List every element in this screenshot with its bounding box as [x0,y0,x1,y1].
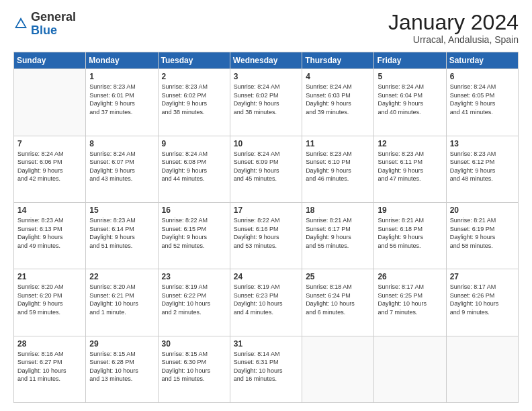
day-number: 8 [89,139,154,148]
day-number: 28 [17,339,82,349]
day-number: 23 [162,272,226,281]
calendar-cell: 22Sunrise: 8:20 AM Sunset: 6:21 PM Dayli… [86,269,158,336]
day-number: 12 [378,139,442,148]
calendar-week-1: 7Sunrise: 8:24 AM Sunset: 6:06 PM Daylig… [14,136,519,202]
col-wednesday: Wednesday [230,52,302,69]
day-number: 13 [450,139,515,148]
day-number: 22 [89,272,154,281]
day-number: 25 [306,272,370,281]
day-info: Sunrise: 8:24 AM Sunset: 6:09 PM Dayligh… [234,150,298,183]
calendar-cell: 10Sunrise: 8:24 AM Sunset: 6:09 PM Dayli… [230,136,302,202]
month-title: January 2024 [388,11,519,34]
logo-text: General Blue [31,11,76,38]
day-info: Sunrise: 8:18 AM Sunset: 6:24 PM Dayligh… [306,283,370,316]
header: General Blue January 2024 Urracal, Andal… [13,11,519,45]
day-info: Sunrise: 8:24 AM Sunset: 6:05 PM Dayligh… [450,83,515,116]
header-row: Sunday Monday Tuesday Wednesday Thursday… [14,52,519,69]
day-number: 4 [306,72,370,81]
logo-icon [13,16,28,31]
calendar-cell: 3Sunrise: 8:24 AM Sunset: 6:02 PM Daylig… [230,69,302,136]
calendar-cell: 30Sunrise: 8:15 AM Sunset: 6:30 PM Dayli… [158,336,230,402]
calendar-cell: 6Sunrise: 8:24 AM Sunset: 6:05 PM Daylig… [446,69,518,136]
calendar-cell [14,69,86,136]
day-number: 21 [17,272,82,281]
calendar-cell: 8Sunrise: 8:24 AM Sunset: 6:07 PM Daylig… [86,136,158,202]
day-info: Sunrise: 8:23 AM Sunset: 6:12 PM Dayligh… [450,150,515,183]
day-info: Sunrise: 8:19 AM Sunset: 6:22 PM Dayligh… [162,283,226,316]
page: General Blue January 2024 Urracal, Andal… [0,0,532,411]
day-number: 2 [162,72,226,81]
day-number: 31 [234,339,298,349]
day-info: Sunrise: 8:21 AM Sunset: 6:18 PM Dayligh… [378,216,442,250]
day-info: Sunrise: 8:19 AM Sunset: 6:23 PM Dayligh… [234,283,298,316]
day-info: Sunrise: 8:14 AM Sunset: 6:31 PM Dayligh… [234,350,298,383]
calendar-cell: 17Sunrise: 8:22 AM Sunset: 6:16 PM Dayli… [230,202,302,269]
logo: General Blue [13,11,76,38]
calendar-cell: 14Sunrise: 8:23 AM Sunset: 6:13 PM Dayli… [14,202,86,269]
day-info: Sunrise: 8:24 AM Sunset: 6:07 PM Dayligh… [89,150,154,183]
calendar-cell: 12Sunrise: 8:23 AM Sunset: 6:11 PM Dayli… [374,136,446,202]
calendar-cell: 25Sunrise: 8:18 AM Sunset: 6:24 PM Dayli… [302,269,374,336]
col-sunday: Sunday [14,52,86,69]
calendar-table: Sunday Monday Tuesday Wednesday Thursday… [13,52,519,403]
day-info: Sunrise: 8:20 AM Sunset: 6:21 PM Dayligh… [89,283,154,316]
day-number: 3 [234,72,298,81]
day-number: 30 [162,339,226,349]
day-number: 29 [89,339,154,349]
calendar-week-3: 21Sunrise: 8:20 AM Sunset: 6:20 PM Dayli… [14,269,519,336]
day-info: Sunrise: 8:23 AM Sunset: 6:10 PM Dayligh… [306,150,370,183]
calendar-cell: 1Sunrise: 8:23 AM Sunset: 6:01 PM Daylig… [86,69,158,136]
logo-blue: Blue [31,24,76,38]
day-number: 5 [378,72,442,81]
calendar-cell: 15Sunrise: 8:23 AM Sunset: 6:14 PM Dayli… [86,202,158,269]
col-thursday: Thursday [302,52,374,69]
calendar-cell: 11Sunrise: 8:23 AM Sunset: 6:10 PM Dayli… [302,136,374,202]
day-number: 18 [306,205,370,215]
calendar-cell: 2Sunrise: 8:23 AM Sunset: 6:02 PM Daylig… [158,69,230,136]
day-info: Sunrise: 8:21 AM Sunset: 6:17 PM Dayligh… [306,216,370,250]
calendar-cell: 4Sunrise: 8:24 AM Sunset: 6:03 PM Daylig… [302,69,374,136]
calendar-cell: 29Sunrise: 8:15 AM Sunset: 6:28 PM Dayli… [86,336,158,402]
day-number: 6 [450,72,515,81]
day-info: Sunrise: 8:24 AM Sunset: 6:04 PM Dayligh… [378,83,442,116]
col-tuesday: Tuesday [158,52,230,69]
logo-general: General [31,11,76,24]
day-info: Sunrise: 8:21 AM Sunset: 6:19 PM Dayligh… [450,216,515,250]
day-number: 24 [234,272,298,281]
day-number: 20 [450,205,515,215]
day-number: 10 [234,139,298,148]
day-info: Sunrise: 8:16 AM Sunset: 6:27 PM Dayligh… [17,350,82,383]
col-monday: Monday [86,52,158,69]
day-info: Sunrise: 8:15 AM Sunset: 6:30 PM Dayligh… [162,350,226,383]
day-info: Sunrise: 8:23 AM Sunset: 6:13 PM Dayligh… [17,216,82,250]
day-info: Sunrise: 8:23 AM Sunset: 6:02 PM Dayligh… [162,83,226,116]
day-info: Sunrise: 8:24 AM Sunset: 6:02 PM Dayligh… [234,83,298,116]
day-number: 1 [89,72,154,81]
day-info: Sunrise: 8:17 AM Sunset: 6:26 PM Dayligh… [450,283,515,316]
day-info: Sunrise: 8:24 AM Sunset: 6:06 PM Dayligh… [17,150,82,183]
calendar-cell: 27Sunrise: 8:17 AM Sunset: 6:26 PM Dayli… [446,269,518,336]
day-number: 11 [306,139,370,148]
day-number: 9 [162,139,226,148]
day-number: 19 [378,205,442,215]
calendar-cell [446,336,518,402]
calendar-week-4: 28Sunrise: 8:16 AM Sunset: 6:27 PM Dayli… [14,336,519,402]
day-number: 15 [89,205,154,215]
calendar-cell: 5Sunrise: 8:24 AM Sunset: 6:04 PM Daylig… [374,69,446,136]
calendar-cell: 23Sunrise: 8:19 AM Sunset: 6:22 PM Dayli… [158,269,230,336]
calendar-cell: 20Sunrise: 8:21 AM Sunset: 6:19 PM Dayli… [446,202,518,269]
calendar-cell: 19Sunrise: 8:21 AM Sunset: 6:18 PM Dayli… [374,202,446,269]
day-number: 26 [378,272,442,281]
day-info: Sunrise: 8:23 AM Sunset: 6:01 PM Dayligh… [89,83,154,116]
calendar-cell: 28Sunrise: 8:16 AM Sunset: 6:27 PM Dayli… [14,336,86,402]
calendar-body: 1Sunrise: 8:23 AM Sunset: 6:01 PM Daylig… [14,69,519,403]
location: Urracal, Andalusia, Spain [388,34,519,45]
calendar-cell [374,336,446,402]
day-info: Sunrise: 8:23 AM Sunset: 6:11 PM Dayligh… [378,150,442,183]
day-info: Sunrise: 8:15 AM Sunset: 6:28 PM Dayligh… [89,350,154,383]
calendar-cell: 13Sunrise: 8:23 AM Sunset: 6:12 PM Dayli… [446,136,518,202]
calendar-week-2: 14Sunrise: 8:23 AM Sunset: 6:13 PM Dayli… [14,202,519,269]
calendar-cell: 26Sunrise: 8:17 AM Sunset: 6:25 PM Dayli… [374,269,446,336]
col-saturday: Saturday [446,52,518,69]
calendar-cell: 7Sunrise: 8:24 AM Sunset: 6:06 PM Daylig… [14,136,86,202]
